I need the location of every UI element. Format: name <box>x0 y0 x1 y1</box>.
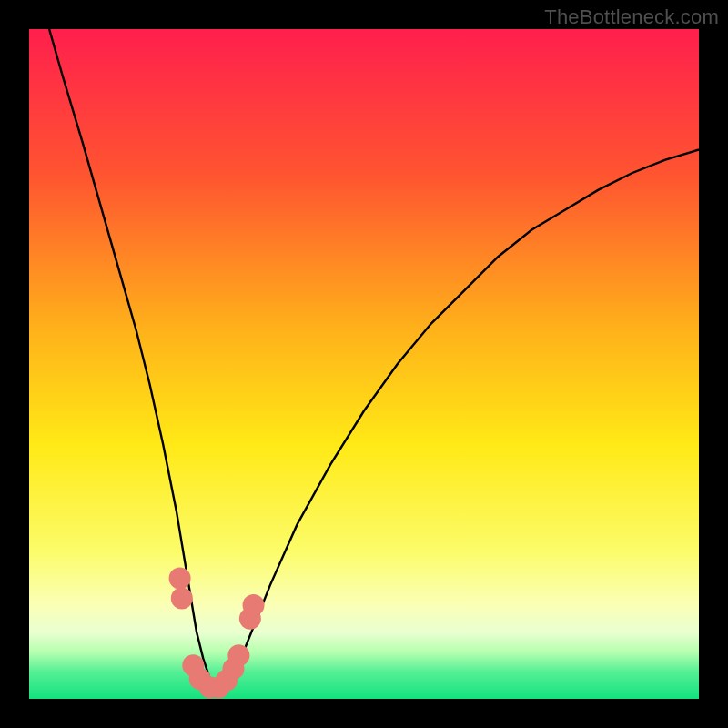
chart-frame: TheBottleneck.com <box>0 0 728 728</box>
gradient-background <box>29 29 699 699</box>
bottleneck-chart <box>29 29 699 699</box>
watermark-text: TheBottleneck.com <box>544 5 719 29</box>
marker-point <box>243 594 265 616</box>
marker-point <box>228 644 249 666</box>
plot-area <box>29 29 699 699</box>
marker-point <box>171 588 193 610</box>
marker-point <box>169 568 191 590</box>
